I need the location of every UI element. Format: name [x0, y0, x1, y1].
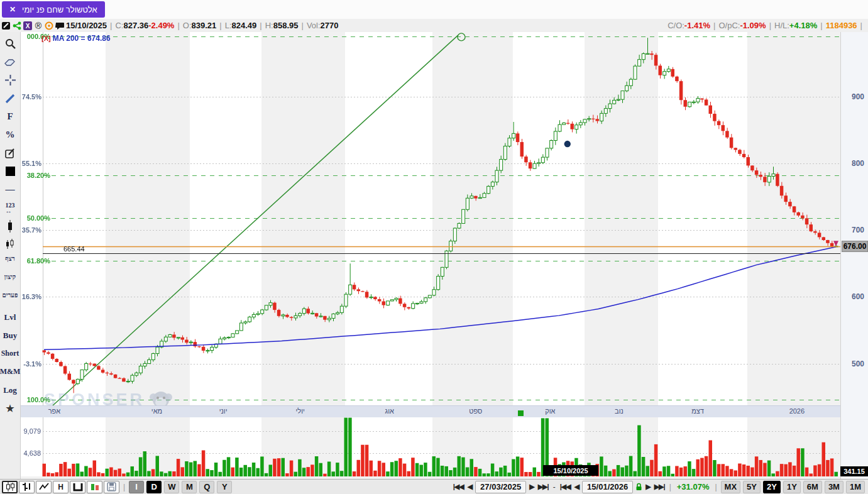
- chart-tab[interactable]: ✕ אלטשולר שחם פנ יומי: [2, 1, 105, 18]
- month-label: נוב: [615, 407, 624, 415]
- nav-end-icon[interactable]: ▶▶|: [538, 483, 549, 491]
- sidebar-tool-bar-style[interactable]: [1, 217, 19, 235]
- nav2-start-icon[interactable]: |◀◀: [560, 483, 571, 491]
- period-buttons: IDWMQY: [128, 481, 233, 493]
- range-button-1Y[interactable]: 1Y: [783, 481, 801, 493]
- sidebar-tool-buy[interactable]: Buy: [1, 326, 19, 344]
- quote-stat: -1.41%: [684, 21, 710, 30]
- nav-start-icon[interactable]: |◀◀: [453, 483, 464, 491]
- month-label: 2026: [789, 407, 805, 415]
- range-button-1M[interactable]: 1M: [846, 481, 865, 493]
- range-button-3M[interactable]: 3M: [825, 481, 843, 493]
- tool-label: Log: [3, 385, 17, 395]
- nav2-back-icon[interactable]: ◀: [574, 483, 579, 491]
- lock-icon[interactable]: [635, 483, 642, 491]
- period-button-Q[interactable]: Q: [199, 481, 214, 493]
- excel-icon[interactable]: X: [23, 21, 33, 31]
- draw-icon[interactable]: [1, 21, 11, 31]
- save-layout-button[interactable]: [104, 481, 119, 493]
- tool-label: פערים: [3, 292, 18, 306]
- barstyle-icon: [8, 220, 13, 233]
- sidebar-tool-favorite[interactable]: ★: [1, 399, 19, 417]
- month-label: מאי: [151, 407, 162, 415]
- sidebar-tool-short[interactable]: Short: [1, 344, 19, 363]
- sidebar-tool-candle-style[interactable]: [1, 235, 19, 253]
- range-button-5Y[interactable]: 5Y: [743, 481, 761, 493]
- tool-label: קיצון: [4, 273, 16, 288]
- tool-label: %: [6, 129, 15, 140]
- candles-icon: [5, 239, 15, 250]
- tool-label: ★: [6, 403, 14, 414]
- range-end-date[interactable]: 15/01/2026: [582, 481, 633, 493]
- sidebar-tool-log[interactable]: Log: [1, 381, 19, 399]
- sidebar-tool-pearim[interactable]: פערים: [1, 290, 19, 308]
- period-button-D[interactable]: D: [146, 481, 162, 493]
- sidebar-tool-eraser[interactable]: [1, 53, 19, 71]
- ma-indicator-label: [X]MA 200 = 674.86: [41, 34, 111, 43]
- quote-stat: 1184936: [826, 21, 857, 30]
- date-axis[interactable]: אפרמאייונייוליאוגספטאוקנובדצמ2026: [21, 405, 840, 417]
- month-label: יוני: [219, 407, 228, 415]
- share-icon[interactable]: [12, 21, 22, 31]
- quote-right-fields: C/O:-1.41%|O/pC:-1.09%|H/L:+4.18%|118493…: [667, 21, 868, 30]
- nav-fwd-icon[interactable]: ▶: [529, 483, 534, 491]
- sidebar-tool-color-swatch[interactable]: [1, 162, 19, 180]
- sidebar-tool-ratzef[interactable]: רצף: [1, 253, 19, 272]
- volume-chart-canvas[interactable]: [21, 417, 840, 476]
- nav2-fwd-icon[interactable]: ▶: [646, 483, 650, 491]
- price-tick: 900: [852, 92, 864, 101]
- quote-stat: +4.18%: [789, 21, 817, 30]
- range-buttons: MX5Y2Y1Y6M3M1M: [720, 481, 866, 493]
- tool-label: —: [6, 184, 15, 195]
- tool-label: Short: [1, 349, 19, 358]
- line-chart-button[interactable]: [36, 481, 52, 493]
- range-button-6M[interactable]: 6M: [803, 481, 822, 493]
- event-marker[interactable]: [518, 410, 524, 416]
- sidebar-tool-horizontal-line-tool[interactable]: —: [1, 180, 19, 199]
- month-label: דצמ: [691, 407, 704, 415]
- ma-remove-button[interactable]: [X]: [41, 35, 51, 42]
- bracket-chart-button[interactable]: [70, 481, 85, 493]
- period-button-M[interactable]: M: [182, 481, 197, 493]
- eraser-icon: [4, 58, 16, 66]
- target-icon[interactable]: [44, 21, 54, 31]
- registered-icon[interactable]: ®: [33, 21, 43, 31]
- period-button-Y[interactable]: Y: [217, 481, 232, 493]
- period-button-I[interactable]: I: [129, 481, 144, 493]
- crosshair-date-tooltip: 15/10/2025: [543, 465, 598, 476]
- range-button-2Y[interactable]: 2Y: [763, 481, 781, 493]
- nav-back-icon[interactable]: ◀: [468, 483, 472, 491]
- quote-value: 2770: [321, 21, 339, 30]
- month-label: אוק: [545, 407, 555, 415]
- comment-icon[interactable]: [55, 21, 65, 31]
- period-button-W[interactable]: W: [164, 481, 179, 493]
- sidebar-tool-kitzon[interactable]: קיצון: [1, 272, 19, 290]
- range-start-date[interactable]: 27/03/2025: [475, 481, 526, 493]
- tab-title: אלטשולר שחם פנ יומי: [22, 5, 97, 14]
- level-price-label: 665.44: [63, 245, 85, 253]
- sidebar-tool-annotate-tool[interactable]: [1, 144, 19, 162]
- sidebar-tool-mm[interactable]: M&M: [1, 363, 19, 381]
- heikin-ashi-button[interactable]: H: [53, 481, 69, 493]
- sidebar-tool-trendline-tool[interactable]: [1, 89, 19, 107]
- price-chart-canvas[interactable]: [21, 32, 840, 406]
- separator: |: [123, 483, 125, 491]
- quote-value: 824.49: [232, 21, 257, 30]
- price-tick: 500: [852, 360, 864, 368]
- sidebar-tool-fibonacci-tool[interactable]: F: [1, 107, 19, 126]
- volume-bars-button[interactable]: [87, 481, 102, 493]
- sidebar-tool-percent-tool[interactable]: %: [1, 126, 19, 144]
- tab-close-icon[interactable]: ✕: [9, 5, 16, 14]
- sidebar-tool-level[interactable]: Lvl: [1, 308, 19, 326]
- sidebar-tool-crosshair[interactable]: [1, 71, 19, 89]
- nav2-end-icon[interactable]: ▶▶|: [654, 483, 665, 491]
- tool-label: Lvl: [4, 312, 16, 322]
- range-button-MX[interactable]: MX: [721, 481, 741, 493]
- quote-icons: X ®: [0, 21, 66, 31]
- price-axis[interactable]: 900800700600500676.00: [840, 32, 868, 479]
- quote-value: 827.36: [123, 21, 148, 30]
- candlestick-chart-button[interactable]: [2, 481, 18, 493]
- sidebar-tool-search[interactable]: [1, 35, 19, 53]
- ohlc-bars-button[interactable]: [19, 481, 35, 493]
- sidebar-tool-measure-tool[interactable]: 123↔: [1, 199, 19, 217]
